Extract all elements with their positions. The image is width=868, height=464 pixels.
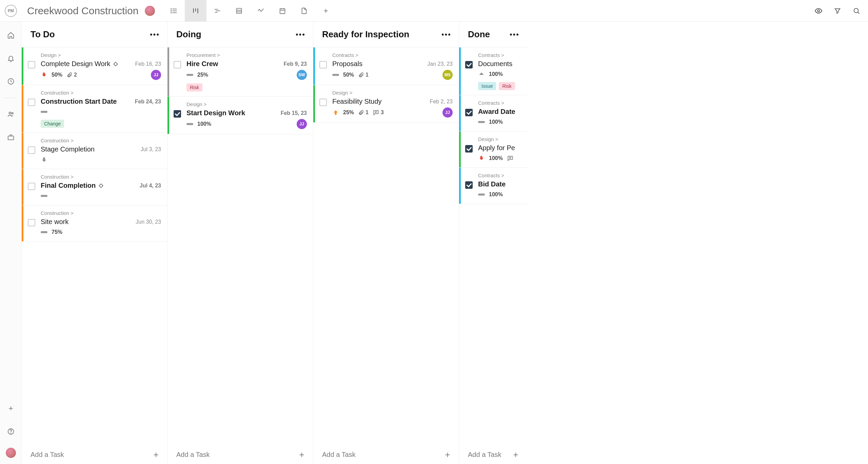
- view-gantt-icon[interactable]: [206, 0, 228, 22]
- task-breadcrumb[interactable]: Construction >: [41, 210, 161, 216]
- task-checkbox[interactable]: [28, 219, 35, 226]
- task-checkbox[interactable]: [28, 183, 35, 190]
- attachment-count[interactable]: 1: [358, 109, 369, 116]
- team-icon[interactable]: [4, 107, 18, 121]
- attachment-icon: [358, 109, 364, 116]
- assignee-avatar[interactable]: JJ: [297, 119, 307, 129]
- task-breadcrumb[interactable]: Contracts >: [478, 100, 521, 106]
- attachment-count[interactable]: 1: [358, 72, 369, 78]
- task-title: Hire Crew: [186, 60, 218, 68]
- user-avatar[interactable]: [6, 448, 16, 458]
- comment-count[interactable]: 3: [373, 109, 384, 116]
- task-breadcrumb[interactable]: Construction >: [41, 138, 161, 143]
- assignee-avatar[interactable]: MS: [442, 70, 453, 80]
- task-card[interactable]: Design >Complete Design WorkFeb 16, 2350…: [22, 47, 167, 85]
- plus-icon: [444, 451, 451, 459]
- task-checkbox[interactable]: [465, 181, 473, 189]
- search-icon[interactable]: [848, 3, 865, 19]
- tag-change[interactable]: Change: [41, 120, 64, 128]
- task-card[interactable]: Contracts >Award Date100%: [459, 95, 527, 132]
- task-checkbox[interactable]: [319, 99, 327, 106]
- project-owner-avatar[interactable]: [145, 6, 155, 16]
- task-card[interactable]: Construction >Construction Start DateFeb…: [22, 85, 167, 133]
- tag-issue[interactable]: Issue: [478, 82, 496, 90]
- task-checkbox[interactable]: [28, 61, 35, 68]
- add-task-button[interactable]: Add a Task: [313, 445, 459, 464]
- comment-count[interactable]: [507, 155, 514, 162]
- column-menu-icon[interactable]: •••: [441, 30, 451, 39]
- filter-icon[interactable]: [829, 3, 846, 19]
- task-checkbox[interactable]: [319, 61, 327, 68]
- column-menu-icon[interactable]: •••: [150, 30, 160, 39]
- priority-none-icon: [41, 231, 47, 233]
- task-breadcrumb[interactable]: Construction >: [41, 174, 161, 180]
- task-checkbox[interactable]: [28, 146, 35, 154]
- task-breadcrumb[interactable]: Construction >: [41, 90, 161, 96]
- task-title: Apply for Pe: [478, 144, 515, 152]
- task-card[interactable]: Procurement >Hire CrewFeb 9, 2325%SWRisk: [167, 47, 313, 97]
- task-breadcrumb[interactable]: Design >: [332, 90, 453, 96]
- view-dashboard-icon[interactable]: [250, 0, 272, 22]
- task-checkbox[interactable]: [465, 145, 473, 153]
- task-card[interactable]: Contracts >ProposalsJan 23, 2350%1MS: [313, 47, 459, 85]
- watch-icon[interactable]: [810, 3, 827, 19]
- view-list-icon[interactable]: [163, 0, 185, 22]
- task-checkbox[interactable]: [174, 61, 181, 68]
- task-meta: 100%: [478, 155, 514, 162]
- task-checkbox[interactable]: [28, 99, 35, 106]
- task-breadcrumb[interactable]: Design >: [478, 136, 521, 142]
- tag-risk[interactable]: Risk: [186, 83, 202, 92]
- notifications-icon[interactable]: [4, 52, 18, 65]
- column-header: Ready for Inspection•••: [313, 22, 459, 47]
- svg-point-31: [11, 433, 11, 433]
- view-board-icon[interactable]: [185, 0, 206, 22]
- task-date: Jun 30, 23: [136, 219, 161, 225]
- portfolio-icon[interactable]: [4, 130, 18, 144]
- task-checkbox[interactable]: [465, 61, 473, 68]
- add-icon[interactable]: [4, 402, 18, 415]
- task-card[interactable]: Construction >Site workJun 30, 2375%: [22, 205, 167, 242]
- assignee-avatar[interactable]: SW: [297, 70, 307, 80]
- recent-icon[interactable]: [4, 75, 18, 88]
- add-view-icon[interactable]: [315, 0, 337, 22]
- attachment-count[interactable]: 2: [66, 72, 77, 78]
- left-rail: [0, 22, 22, 464]
- help-icon[interactable]: [4, 425, 18, 438]
- task-breadcrumb[interactable]: Design >: [41, 52, 161, 58]
- plus-icon: [298, 451, 305, 459]
- project-title[interactable]: Creekwood Construction: [27, 5, 139, 17]
- column-menu-icon[interactable]: •••: [296, 30, 305, 39]
- task-checkbox[interactable]: [465, 109, 473, 116]
- task-card[interactable]: Construction >Stage CompletionJul 3, 23: [22, 133, 167, 169]
- task-breadcrumb[interactable]: Design >: [186, 101, 307, 107]
- task-checkbox[interactable]: [174, 110, 181, 118]
- tag-risk[interactable]: Risk: [499, 82, 515, 90]
- column-menu-icon[interactable]: •••: [510, 30, 519, 39]
- task-card[interactable]: Construction >Final CompletionJul 4, 23: [22, 169, 167, 205]
- task-meta: 100%: [478, 191, 503, 198]
- task-progress: 75%: [52, 229, 62, 235]
- view-sheet-icon[interactable]: [228, 0, 250, 22]
- task-breadcrumb[interactable]: Contracts >: [332, 52, 453, 58]
- assignee-avatar[interactable]: JJ: [151, 70, 161, 80]
- view-files-icon[interactable]: [293, 0, 315, 22]
- board-scroll[interactable]: To Do•••Design >Complete Design WorkFeb …: [22, 22, 868, 464]
- task-card[interactable]: Contracts >Bid Date100%: [459, 168, 527, 204]
- home-icon[interactable]: [4, 28, 18, 42]
- task-breadcrumb[interactable]: Contracts >: [478, 173, 521, 178]
- task-date: Feb 9, 23: [284, 61, 307, 67]
- assignee-avatar[interactable]: JJ: [442, 107, 453, 118]
- task-meta: 25%: [186, 72, 208, 78]
- task-breadcrumb[interactable]: Contracts >: [478, 52, 521, 58]
- view-calendar-icon[interactable]: [272, 0, 293, 22]
- task-card[interactable]: Design >Start Design WorkFeb 15, 23100%J…: [167, 97, 313, 134]
- add-task-button[interactable]: Add a Task: [459, 445, 527, 464]
- task-meta: 100%: [478, 119, 503, 125]
- task-card[interactable]: Design >Feasibility StudyFeb 2, 2325%13J…: [313, 85, 459, 123]
- task-card[interactable]: Design >Apply for Pe100%: [459, 132, 527, 168]
- add-task-button[interactable]: Add a Task: [22, 445, 167, 464]
- task-card[interactable]: Contracts >Documents100%IssueRisk: [459, 47, 527, 95]
- add-task-button[interactable]: Add a Task: [167, 445, 313, 464]
- task-breadcrumb[interactable]: Procurement >: [186, 52, 307, 58]
- app-logo[interactable]: PM: [0, 5, 22, 17]
